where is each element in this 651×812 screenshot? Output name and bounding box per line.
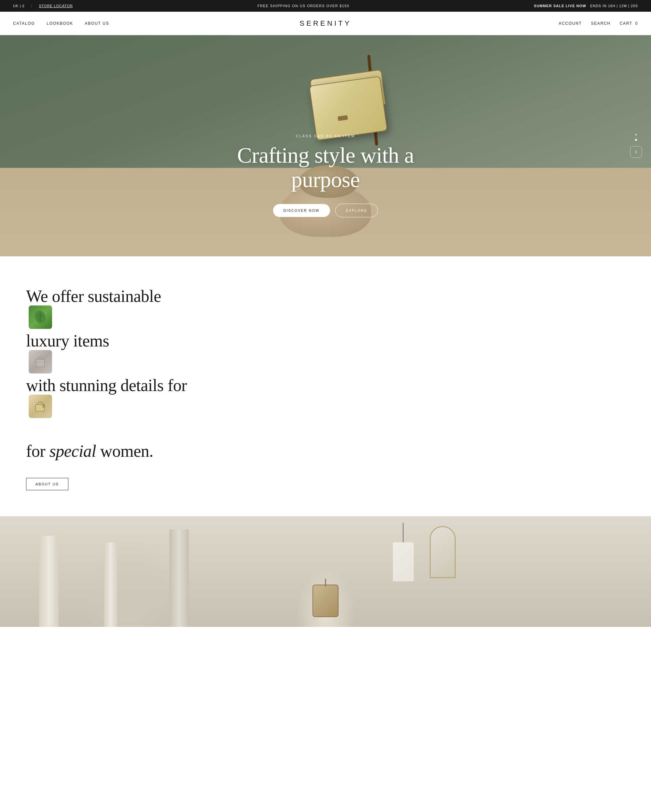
slide-counter: 3 — [630, 146, 642, 158]
nav-cart[interactable]: CART 0 — [620, 21, 638, 26]
lookbook-bag — [312, 585, 339, 617]
mission-text: We offer sustainable luxury items with s… — [26, 285, 625, 462]
svg-point-10 — [43, 405, 45, 407]
locale-indicator: UK | £ — [13, 4, 25, 8]
leaf-icon — [33, 310, 47, 324]
announcement-bar: UK | £ | STORE LOCATOR FREE SHIPPING ON … — [0, 0, 651, 12]
hero-eyebrow: CLASS CAN BE AN ITEM — [0, 134, 651, 138]
nav-about-us[interactable]: ABOUT US — [85, 21, 109, 26]
nav-lookbook[interactable]: LOOKBOOK — [47, 21, 73, 26]
bag-thumbnail-1-icon — [33, 355, 47, 369]
slide-dot-2[interactable] — [635, 139, 637, 141]
nav-catalog[interactable]: CATALOG — [13, 21, 35, 26]
about-us-button[interactable]: ABOUT US — [26, 478, 68, 490]
store-locator-link[interactable]: STORE LOCATOR — [39, 4, 73, 8]
pillar-3 — [169, 529, 189, 627]
slide-indicators: 3 — [630, 134, 642, 158]
lookbook-section — [0, 516, 651, 627]
top-bar-left: UK | £ | STORE LOCATOR — [13, 4, 73, 8]
hero-buttons: DISCOVER NOW EXPLORE — [0, 204, 651, 217]
hero-section: CLASS CAN BE AN ITEM Crafting style with… — [0, 35, 651, 256]
svg-rect-7 — [36, 359, 44, 367]
leaf-image — [29, 305, 52, 329]
shipping-announcement: FREE SHIPPING ON US ORDERS OVER $150 — [257, 4, 349, 8]
discover-now-button[interactable]: DISCOVER NOW — [273, 204, 330, 217]
slide-dot-1[interactable] — [635, 134, 637, 136]
hero-content: CLASS CAN BE AN ITEM Crafting style with… — [0, 134, 651, 217]
bag-thumbnail-2-icon — [33, 399, 47, 413]
pillar-2 — [104, 542, 117, 627]
mission-section: We offer sustainable luxury items with s… — [0, 256, 651, 516]
bag-thumbnail-2 — [29, 395, 52, 418]
hero-title: Crafting style with a purpose — [212, 143, 439, 192]
hanging-garment — [403, 523, 403, 542]
brand-logo[interactable]: SERENITY — [300, 19, 351, 27]
sale-label: SUMMER SALE LIVE NOW — [534, 4, 586, 8]
divider: | — [31, 4, 32, 8]
nav-left-links: CATALOG LOOKBOOK ABOUT US — [13, 21, 109, 26]
sale-timer: SUMMER SALE LIVE NOW ENDS IN 16H | 12M |… — [534, 4, 638, 8]
pillar-1 — [39, 536, 59, 627]
mirror-decoration — [429, 526, 456, 578]
bag-body — [309, 76, 388, 141]
nav-account[interactable]: ACCOUNT — [559, 21, 582, 26]
main-navigation: CATALOG LOOKBOOK ABOUT US SERENITY ACCOU… — [0, 12, 651, 35]
explore-button[interactable]: EXPLORE — [335, 204, 378, 217]
nav-search[interactable]: SEARCH — [591, 21, 611, 26]
nav-right-links: ACCOUNT SEARCH CART 0 — [559, 21, 638, 26]
countdown-timer: ENDS IN 16H | 12M | 20S — [590, 4, 638, 8]
bag-thumbnail-1 — [29, 350, 52, 374]
